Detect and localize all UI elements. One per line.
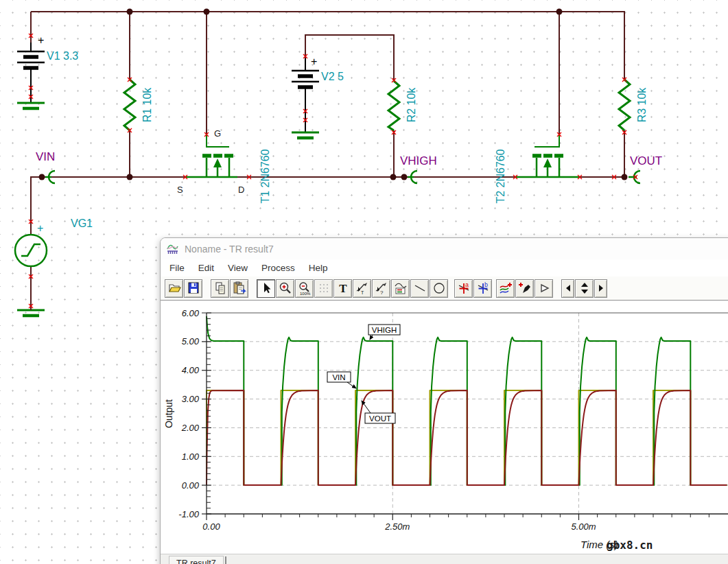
- curve-label-vout[interactable]: VOUT: [362, 401, 395, 423]
- result-tab-bar: TR result7: [161, 554, 728, 564]
- plot-area: -1.000.001.002.003.004.005.006.000.002.5…: [161, 301, 728, 554]
- x-tick-label: 0.00: [202, 521, 220, 532]
- zoom-in-icon: [278, 281, 293, 296]
- open-folder-icon: [167, 281, 182, 296]
- battery-v2[interactable]: [292, 58, 319, 132]
- drain-pin-label: D: [238, 185, 244, 195]
- menu-process[interactable]: Process: [255, 261, 302, 274]
- window-title: Noname - TR result7: [185, 244, 274, 255]
- resistor-r1: [124, 80, 135, 130]
- grid-icon: [316, 281, 331, 296]
- v1-label[interactable]: V1 3.3: [47, 50, 78, 62]
- vout-net-label[interactable]: VOUT: [630, 154, 662, 167]
- select-cursor-button[interactable]: [257, 279, 275, 298]
- grid-button[interactable]: [314, 279, 333, 298]
- open-button[interactable]: [165, 279, 183, 298]
- mosfet-t1[interactable]: [185, 134, 237, 177]
- paste-button[interactable]: [230, 279, 248, 298]
- curve-label-button[interactable]: T: [353, 279, 371, 298]
- ground-vg1: [17, 310, 45, 316]
- ground-v2: [292, 132, 319, 138]
- save-floppy-icon: [186, 281, 201, 296]
- source-pin-label: S: [177, 185, 183, 195]
- tab-tr-result7[interactable]: TR result7: [169, 556, 224, 564]
- vg1-label[interactable]: VG1: [71, 218, 93, 229]
- cursor-b-glyph: b: [484, 281, 488, 288]
- line-tool-button[interactable]: [410, 279, 429, 298]
- arrow-up-down-icon: [577, 281, 592, 296]
- zoom-100-label: 100%: [300, 292, 311, 296]
- cursor-b-button[interactable]: b: [473, 279, 492, 298]
- menu-edit[interactable]: Edit: [191, 261, 221, 274]
- menu-file[interactable]: File: [163, 261, 191, 274]
- curve-query-glyph: ?: [380, 290, 384, 296]
- scroll-right-button[interactable]: [594, 279, 607, 298]
- curve-vout: [207, 390, 727, 485]
- svg-text:VOUT: VOUT: [369, 414, 391, 423]
- menu-bar: File Edit View Process Help: [161, 259, 728, 277]
- r2-label[interactable]: R2 10k: [406, 87, 417, 123]
- curve-label-glyph: T: [361, 290, 364, 295]
- scroll-updown-button[interactable]: [575, 279, 594, 298]
- curve-label-icon: T: [355, 281, 370, 296]
- add-curves-button[interactable]: [496, 279, 515, 298]
- r1-label[interactable]: R1 10k: [141, 87, 153, 123]
- y-tick-label: 4.00: [182, 365, 200, 375]
- window-titlebar[interactable]: Noname - TR result7: [161, 238, 728, 259]
- save-button[interactable]: [184, 279, 202, 298]
- play-button[interactable]: [535, 279, 553, 298]
- mosfet-t2[interactable]: [515, 134, 580, 177]
- circle-tool-button[interactable]: [430, 279, 448, 298]
- zoom-in-button[interactable]: [276, 279, 294, 298]
- curve-query-button[interactable]: ?: [372, 279, 390, 298]
- watermark: gbx8.cn: [607, 539, 653, 552]
- arrow-right-icon: [596, 281, 606, 296]
- copy-button[interactable]: [211, 279, 229, 298]
- curve-query-icon: ?: [374, 281, 389, 296]
- generator-vg1[interactable]: [15, 235, 47, 310]
- zoom-out-icon: 100%: [297, 281, 312, 296]
- vhigh-net-label[interactable]: VHIGH: [400, 154, 437, 167]
- y-tick-label: 0.00: [182, 480, 200, 491]
- r3-label[interactable]: R3 10k: [636, 87, 648, 123]
- plot-curves: [207, 316, 727, 485]
- v2-plus-sign: +: [311, 56, 317, 67]
- battery-v1[interactable]: [17, 43, 45, 103]
- svg-text:VHIGH: VHIGH: [372, 326, 397, 334]
- y-tick-label: 1.00: [182, 451, 200, 462]
- t1-label[interactable]: T1 2N6760: [259, 149, 271, 203]
- vin-net-label[interactable]: VIN: [36, 150, 55, 163]
- toolbar: 100% T T: [161, 277, 728, 301]
- curve-label-vin[interactable]: VIN: [327, 372, 356, 388]
- y-axis-title: Output: [163, 399, 174, 428]
- paste-icon: [232, 281, 247, 296]
- svg-text:VIN: VIN: [332, 373, 345, 381]
- wires: [31, 12, 624, 235]
- y-tick-label: 6.00: [182, 308, 200, 318]
- resistors[interactable]: [124, 80, 630, 130]
- tr-result-window: Noname - TR result7 File Edit View Proce…: [160, 237, 728, 564]
- y-tick-label: 3.00: [182, 394, 200, 404]
- tr-plot: -1.000.001.002.003.004.005.006.000.002.5…: [161, 301, 728, 554]
- cursor-a-icon: a: [456, 281, 471, 296]
- curve-label-vhigh[interactable]: VHIGH: [368, 325, 400, 340]
- scroll-left-button[interactable]: [561, 279, 574, 298]
- resistor-r2: [388, 81, 399, 130]
- probe-pen-button[interactable]: [515, 279, 534, 298]
- y-tick-label: 2.00: [181, 423, 200, 433]
- circle-tool-icon: [432, 281, 447, 296]
- menu-view[interactable]: View: [221, 261, 255, 274]
- zoom-out-button[interactable]: 100%: [295, 279, 314, 298]
- v2-label[interactable]: V2 5: [321, 71, 344, 82]
- t2-label[interactable]: T2 2N6760: [495, 149, 506, 203]
- cursor-a-button[interactable]: a: [454, 279, 473, 298]
- tab-separator: [225, 556, 226, 564]
- connector-vout: [629, 171, 640, 183]
- text-tool-button[interactable]: T: [333, 279, 352, 298]
- x-tick-label: 2.50m: [384, 521, 410, 532]
- resistor-r3: [619, 80, 630, 130]
- add-curves-icon: [498, 281, 513, 296]
- menu-help[interactable]: Help: [302, 261, 335, 274]
- legend-button[interactable]: [391, 279, 410, 298]
- legend-icon: [393, 281, 408, 296]
